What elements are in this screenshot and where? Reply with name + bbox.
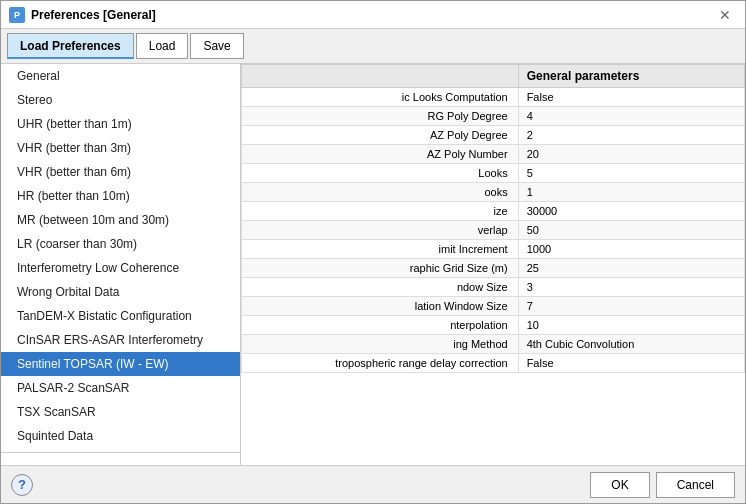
value-cell: 5 (518, 164, 744, 183)
value-cell: 1000 (518, 240, 744, 259)
title-bar: P Preferences [General] ✕ (1, 1, 745, 29)
sidebar-item-general[interactable]: General (1, 64, 240, 88)
content-area: General Stereo UHR (better than 1m) VHR … (1, 64, 745, 465)
param-cell: raphic Grid Size (m) (242, 259, 519, 278)
sidebar-item-tandem[interactable]: TanDEM-X Bistatic Configuration (1, 304, 240, 328)
table-row: imit Increment1000 (242, 240, 745, 259)
table-row: Looks5 (242, 164, 745, 183)
value-cell: 30000 (518, 202, 744, 221)
param-cell: ic Looks Computation (242, 88, 519, 107)
param-cell: Looks (242, 164, 519, 183)
param-cell: lation Window Size (242, 297, 519, 316)
sidebar-item-uhr[interactable]: UHR (better than 1m) (1, 112, 240, 136)
title-bar-left: P Preferences [General] (9, 7, 156, 23)
table-row: nterpolation10 (242, 316, 745, 335)
table-row: AZ Poly Degree2 (242, 126, 745, 145)
footer: ? OK Cancel (1, 465, 745, 503)
toolbar: Load Preferences Load Save (1, 29, 745, 64)
sidebar-item-vhr6m[interactable]: VHR (better than 6m) (1, 160, 240, 184)
sidebar-item-wrong-orbital[interactable]: Wrong Orbital Data (1, 280, 240, 304)
value-cell: 7 (518, 297, 744, 316)
sidebar-item-hr[interactable]: HR (better than 10m) (1, 184, 240, 208)
table-row: RG Poly Degree4 (242, 107, 745, 126)
table-row: ize30000 (242, 202, 745, 221)
save-button[interactable]: Save (190, 33, 243, 59)
sidebar-item-cinsar[interactable]: CInSAR ERS-ASAR Interferometry (1, 328, 240, 352)
param-cell: ing Method (242, 335, 519, 354)
param-cell: tropospheric range delay correction (242, 354, 519, 373)
param-cell: RG Poly Degree (242, 107, 519, 126)
sidebar-item-lr[interactable]: LR (coarser than 30m) (1, 232, 240, 256)
value-cell: 20 (518, 145, 744, 164)
sidebar-item-squinted[interactable]: Squinted Data (1, 424, 240, 448)
value-cell: 25 (518, 259, 744, 278)
value-cell: False (518, 88, 744, 107)
sidebar-bottom-panel (1, 452, 240, 465)
sidebar-item-interferometry-low[interactable]: Interferometry Low Coherence (1, 256, 240, 280)
value-cell: 4th Cubic Convolution (518, 335, 744, 354)
help-button[interactable]: ? (11, 474, 33, 496)
table-row: tropospheric range delay correctionFalse (242, 354, 745, 373)
value-column-header: General parameters (518, 65, 744, 88)
load-preferences-button[interactable]: Load Preferences (7, 33, 134, 59)
table-row: AZ Poly Number20 (242, 145, 745, 164)
app-icon: P (9, 7, 25, 23)
sidebar-item-palsar[interactable]: PALSAR-2 ScanSAR (1, 376, 240, 400)
value-cell: False (518, 354, 744, 373)
load-button[interactable]: Load (136, 33, 189, 59)
sidebar-item-tsx[interactable]: TSX ScanSAR (1, 400, 240, 424)
cancel-button[interactable]: Cancel (656, 472, 735, 498)
table-row: ooks1 (242, 183, 745, 202)
param-cell: verlap (242, 221, 519, 240)
table-row: ndow Size3 (242, 278, 745, 297)
table-row: raphic Grid Size (m)25 (242, 259, 745, 278)
value-cell: 2 (518, 126, 744, 145)
value-cell: 50 (518, 221, 744, 240)
sidebar: General Stereo UHR (better than 1m) VHR … (1, 64, 241, 465)
sidebar-item-stereo[interactable]: Stereo (1, 88, 240, 112)
param-cell: ndow Size (242, 278, 519, 297)
param-cell: imit Increment (242, 240, 519, 259)
value-cell: 4 (518, 107, 744, 126)
param-cell: ize (242, 202, 519, 221)
value-cell: 1 (518, 183, 744, 202)
sidebar-item-mr[interactable]: MR (between 10m and 30m) (1, 208, 240, 232)
table-row: lation Window Size7 (242, 297, 745, 316)
params-table: General parameters ic Looks ComputationF… (241, 64, 745, 465)
table-row: verlap50 (242, 221, 745, 240)
table-row: ic Looks ComputationFalse (242, 88, 745, 107)
ok-button[interactable]: OK (590, 472, 649, 498)
main-panel: General parameters ic Looks ComputationF… (241, 64, 745, 465)
param-cell: ooks (242, 183, 519, 202)
close-button[interactable]: ✕ (713, 5, 737, 25)
param-column-header (242, 65, 519, 88)
param-cell: nterpolation (242, 316, 519, 335)
value-cell: 10 (518, 316, 744, 335)
sidebar-item-sentinel[interactable]: Sentinel TOPSAR (IW - EW) (1, 352, 240, 376)
sidebar-item-vhr3m[interactable]: VHR (better than 3m) (1, 136, 240, 160)
window-title: Preferences [General] (31, 8, 156, 22)
parameters-table: General parameters ic Looks ComputationF… (241, 64, 745, 373)
main-window: P Preferences [General] ✕ Load Preferenc… (0, 0, 746, 504)
param-cell: AZ Poly Number (242, 145, 519, 164)
param-cell: AZ Poly Degree (242, 126, 519, 145)
table-row: ing Method4th Cubic Convolution (242, 335, 745, 354)
value-cell: 3 (518, 278, 744, 297)
